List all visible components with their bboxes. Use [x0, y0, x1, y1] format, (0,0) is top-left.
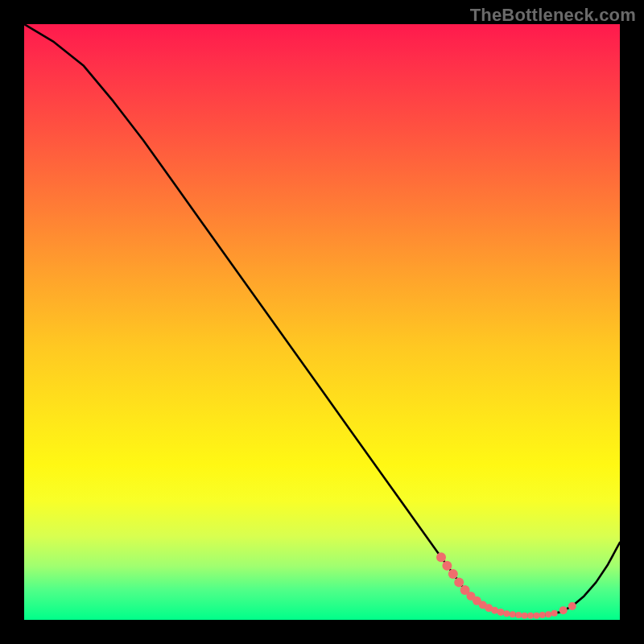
curve-marker: [551, 610, 558, 617]
curve-marker: [503, 610, 510, 617]
curve-marker: [454, 577, 464, 587]
curve-marker: [568, 602, 576, 610]
chart-container: TheBottleneck.com: [0, 0, 644, 644]
curve-marker: [545, 611, 551, 617]
curve-marker: [533, 613, 539, 619]
curve-marker: [515, 612, 522, 618]
curve-marker: [436, 552, 446, 562]
curve-marker: [527, 613, 534, 619]
curve-marker: [442, 561, 452, 571]
bottleneck-curve: [24, 24, 620, 616]
chart-svg: [24, 24, 620, 620]
curve-marker: [522, 613, 528, 619]
curve-marker: [497, 609, 505, 616]
curve-marker: [510, 611, 516, 617]
plot-area: [24, 24, 620, 620]
curve-group: [24, 24, 620, 619]
curve-marker: [448, 569, 458, 579]
curve-markers: [436, 552, 576, 619]
watermark-text: TheBottleneck.com: [470, 5, 636, 26]
curve-marker: [559, 606, 568, 614]
curve-marker: [539, 612, 546, 618]
